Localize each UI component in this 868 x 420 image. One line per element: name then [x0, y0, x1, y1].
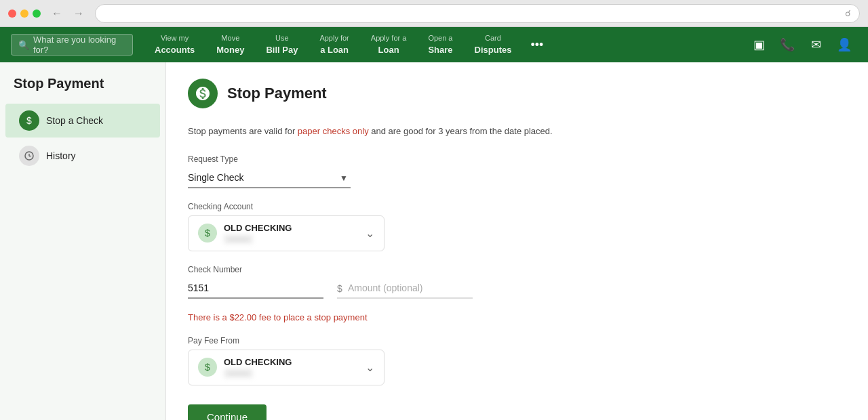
nav-disputes-top: Card: [485, 33, 501, 43]
nav-items: View my Accounts Move Money Use Bill Pay…: [144, 27, 746, 62]
address-bar[interactable]: ☌: [95, 4, 860, 23]
profile-button[interactable]: 👤: [831, 32, 857, 58]
pay-fee-account-name: OLD CHECKING: [224, 357, 359, 367]
nav-disputes-bottom: Disputes: [475, 44, 512, 56]
nav-arrows: ← →: [47, 6, 88, 21]
check-number-group: Check Number: [188, 265, 323, 299]
checking-account-dropdown[interactable]: $ OLD CHECKING •••••••• ⌄: [188, 215, 384, 251]
request-type-wrapper: Single Check Range of Checks ▼: [188, 168, 351, 188]
amount-label: [337, 265, 473, 274]
chat-button[interactable]: ▣: [746, 32, 772, 58]
check-number-input[interactable]: [188, 278, 323, 299]
nav-accounts-top: View my: [161, 33, 189, 43]
page-icon: [188, 79, 218, 108]
sidebar-item-stop-check[interactable]: $ Stop a Check: [5, 104, 160, 138]
inputs-row: Check Number $: [188, 265, 846, 299]
app: 🔍 What are you looking for? View my Acco…: [0, 27, 868, 420]
top-nav: 🔍 What are you looking for? View my Acco…: [0, 27, 868, 62]
nav-money-bottom: Money: [216, 44, 244, 56]
nav-accounts-bottom: Accounts: [155, 44, 195, 56]
nav-item-money[interactable]: Move Money: [205, 27, 255, 62]
dollar-sign-icon: $: [337, 283, 342, 294]
request-type-label: Request Type: [188, 154, 846, 164]
back-button[interactable]: ←: [47, 6, 66, 21]
minimize-button[interactable]: [20, 9, 28, 18]
check-number-label: Check Number: [188, 265, 323, 274]
nav-loan1-top: Apply for: [319, 33, 349, 43]
pay-fee-account-icon: $: [198, 358, 217, 377]
search-placeholder: What are you looking for?: [33, 35, 125, 55]
main-content: Stop Payment Stop payments are valid for…: [166, 62, 868, 420]
stop-check-icon: $: [19, 110, 39, 131]
nav-item-share[interactable]: Open a Share: [417, 27, 463, 62]
page-title: Stop Payment: [227, 85, 327, 102]
amount-wrapper: $: [337, 278, 473, 299]
nav-share-bottom: Share: [428, 44, 452, 56]
sidebar-item-history[interactable]: History: [5, 139, 160, 173]
search-icon: 🔍: [18, 40, 29, 50]
search-icon: ☌: [845, 8, 851, 18]
request-type-select[interactable]: Single Check Range of Checks: [188, 168, 351, 188]
checking-account-number: ••••••••: [224, 234, 253, 244]
checking-account-info: OLD CHECKING ••••••••: [224, 223, 359, 244]
phone-button[interactable]: 📞: [774, 32, 800, 58]
nav-loan2-top: Apply for a: [371, 33, 407, 43]
checking-account-section: Checking Account $ OLD CHECKING ••••••••…: [188, 202, 846, 251]
nav-item-loan1[interactable]: Apply for a Loan: [309, 27, 359, 62]
pay-fee-account-info: OLD CHECKING ••••••••: [224, 357, 359, 378]
history-icon: [19, 146, 39, 166]
forward-button[interactable]: →: [69, 6, 88, 21]
highlight-text: paper checks only: [298, 126, 369, 136]
nav-loan2-bottom: Loan: [378, 44, 399, 56]
amount-group: $: [337, 265, 473, 299]
nav-item-loan2[interactable]: Apply for a Loan: [360, 27, 418, 62]
check-details-section: Check Number $: [188, 265, 846, 299]
nav-icons: ▣ 📞 ✉ 👤: [746, 32, 857, 58]
checking-account-icon: $: [198, 224, 217, 243]
nav-loan1-bottom: a Loan: [320, 44, 349, 56]
request-type-section: Request Type Single Check Range of Check…: [188, 154, 846, 188]
traffic-lights: [8, 9, 41, 18]
close-button[interactable]: [8, 9, 16, 18]
nav-item-disputes[interactable]: Card Disputes: [464, 27, 523, 62]
sidebar: Stop Payment $ Stop a Check History: [0, 62, 166, 420]
mail-button[interactable]: ✉: [803, 32, 829, 58]
browser-chrome: ← → ☌: [0, 0, 868, 27]
continue-button[interactable]: Continue: [188, 404, 267, 421]
pay-fee-label: Pay Fee From: [188, 336, 846, 345]
checking-account-label: Checking Account: [188, 202, 846, 211]
info-text: Stop payments are valid for paper checks…: [188, 125, 846, 138]
search-bar[interactable]: 🔍 What are you looking for?: [11, 34, 133, 56]
page-header: Stop Payment: [188, 79, 846, 108]
nav-item-accounts[interactable]: View my Accounts: [144, 27, 205, 62]
maximize-button[interactable]: [33, 9, 41, 18]
sidebar-title: Stop Payment: [0, 76, 165, 102]
amount-input[interactable]: [337, 278, 473, 299]
pay-fee-dropdown[interactable]: $ OLD CHECKING •••••••• ⌄: [188, 350, 384, 385]
pay-fee-section: Pay Fee From $ OLD CHECKING •••••••• ⌄: [188, 336, 846, 385]
account-chevron-icon: ⌄: [366, 227, 374, 240]
sidebar-item-label-stop-check: Stop a Check: [46, 115, 103, 126]
checking-account-name: OLD CHECKING: [224, 223, 359, 233]
nav-more-button[interactable]: •••: [522, 27, 551, 62]
nav-share-top: Open a: [428, 33, 452, 43]
pay-fee-account-number: ••••••••: [224, 369, 253, 378]
nav-billpay-top: Use: [275, 33, 289, 43]
fee-notice-text: There is a $22.00 fee to place a stop pa…: [188, 312, 368, 322]
nav-item-billpay[interactable]: Use Bill Pay: [255, 27, 309, 62]
pay-fee-chevron-icon: ⌄: [366, 361, 374, 374]
main-layout: Stop Payment $ Stop a Check History: [0, 62, 868, 420]
nav-billpay-bottom: Bill Pay: [266, 44, 298, 56]
sidebar-item-label-history: History: [46, 150, 76, 161]
nav-money-top: Move: [221, 33, 239, 43]
fee-notice: There is a $22.00 fee to place a stop pa…: [188, 312, 846, 322]
